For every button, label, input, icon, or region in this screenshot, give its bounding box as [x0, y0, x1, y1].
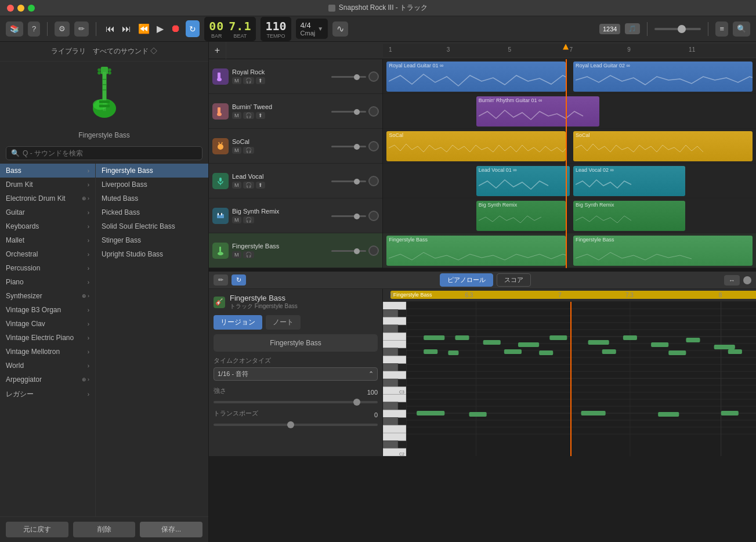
velocity-slider[interactable]: [214, 401, 378, 403]
record-button[interactable]: ⏺: [168, 20, 183, 37]
pan-knob[interactable]: [368, 141, 379, 151]
arr-clip[interactable]: Burnin' Rhythm Guitar 01 ∞: [476, 96, 599, 127]
sound-stinger-bass[interactable]: Stinger Bass: [96, 233, 208, 247]
search-button[interactable]: 🔍: [733, 21, 750, 37]
headphones-button[interactable]: 🎧: [243, 147, 254, 154]
region-tab[interactable]: リージョン: [214, 315, 262, 330]
arr-clip[interactable]: Lead Vocal 01 ∞: [476, 166, 570, 196]
category-vintage-b3[interactable]: Vintage B3 Organ ›: [0, 303, 95, 317]
volume-slider[interactable]: [331, 180, 366, 182]
volume-slider[interactable]: [331, 215, 366, 217]
sound-picked-bass[interactable]: Picked Bass: [96, 205, 208, 219]
category-electronic-drum[interactable]: Electronic Drum Kit ⊕ ›: [0, 191, 95, 205]
loop-button[interactable]: ↻: [186, 20, 200, 37]
close-button[interactable]: [7, 5, 14, 12]
volume-slider[interactable]: [331, 76, 366, 78]
headphones-button[interactable]: 🎧: [243, 112, 254, 119]
pan-knob[interactable]: [368, 71, 379, 82]
undo-button[interactable]: 元に戻す: [6, 522, 68, 537]
count-in-button[interactable]: 1234: [599, 24, 620, 34]
headphones-button[interactable]: 🎧: [243, 77, 254, 84]
traffic-lights[interactable]: [7, 5, 35, 12]
mute-button[interactable]: M: [232, 251, 241, 258]
volume-slider[interactable]: [331, 250, 366, 252]
send-button[interactable]: ⬆: [256, 182, 265, 189]
library-button[interactable]: 📚: [6, 21, 23, 37]
sound-muted-bass[interactable]: Muted Bass: [96, 191, 208, 205]
list-view-button[interactable]: ≡: [715, 21, 728, 37]
mute-button[interactable]: M: [232, 182, 241, 189]
tempo-display[interactable]: 110 TEMPO: [261, 17, 291, 41]
send-button[interactable]: ⬆: [256, 112, 265, 119]
master-volume-slider[interactable]: [654, 28, 701, 30]
note-tab[interactable]: ノート: [266, 315, 301, 330]
send-button[interactable]: ⬆: [256, 77, 265, 84]
delete-button[interactable]: 削除: [73, 522, 136, 537]
piano-roll-tab[interactable]: ピアノロール: [440, 273, 493, 287]
expand-button[interactable]: ↔: [724, 275, 740, 286]
pencil-tool-button[interactable]: ✏: [214, 274, 228, 286]
sound-solid-soul-bass[interactable]: Solid Soul Electric Bass: [96, 219, 208, 233]
search-input[interactable]: [23, 149, 197, 157]
sound-upright-studio-bass[interactable]: Upright Studio Bass: [96, 247, 208, 261]
category-legacy[interactable]: レガシー ›: [0, 386, 95, 402]
loop-tool-button[interactable]: ↻: [231, 274, 246, 286]
mute-button[interactable]: M: [232, 112, 241, 119]
headphones-button[interactable]: 🎧: [243, 216, 254, 223]
metronome-button[interactable]: 🎵: [625, 23, 640, 34]
volume-thumb[interactable]: [354, 214, 360, 219]
pan-knob[interactable]: [368, 106, 379, 117]
headphones-button[interactable]: 🎧: [243, 182, 254, 189]
category-vintage-electric[interactable]: Vintage Electric Piano ›: [0, 331, 95, 345]
category-bass[interactable]: Bass ›: [0, 164, 95, 178]
pan-knob[interactable]: [368, 176, 379, 186]
velocity-thumb[interactable]: [353, 399, 360, 406]
add-track-button[interactable]: +: [209, 42, 226, 59]
arr-clip[interactable]: Royal Lead Guitar 02 ∞: [573, 62, 753, 92]
save-button[interactable]: 保存...: [140, 522, 202, 537]
view-toggle[interactable]: [743, 276, 751, 284]
headphones-button[interactable]: 🎧: [243, 251, 254, 258]
time-sig-dropdown-icon[interactable]: ▼: [317, 26, 323, 32]
volume-thumb[interactable]: [354, 248, 360, 254]
arr-clip[interactable]: Royal Lead Guitar 01 ∞: [386, 62, 566, 92]
transpose-thumb[interactable]: [287, 421, 294, 428]
category-mallet[interactable]: Mallet ›: [0, 233, 95, 247]
time-sig-display[interactable]: 4/4 Cmaj ▼: [296, 19, 328, 39]
category-drum-kit[interactable]: Drum Kit ›: [0, 178, 95, 191]
arr-clip[interactable]: Big Synth Remix: [476, 201, 566, 231]
volume-thumb[interactable]: [354, 144, 360, 150]
category-guitar[interactable]: Guitar ›: [0, 205, 95, 219]
category-orchestral[interactable]: Orchestral ›: [0, 247, 95, 261]
mute-button[interactable]: M: [232, 77, 241, 84]
skip-back-button[interactable]: ⏪: [136, 20, 152, 37]
volume-thumb[interactable]: [354, 179, 360, 185]
transpose-slider[interactable]: [214, 424, 378, 426]
fast-forward-button[interactable]: ⏭: [120, 20, 133, 37]
settings-button[interactable]: ⚙: [55, 21, 70, 37]
pencil-button[interactable]: ✏: [74, 21, 89, 37]
volume-slider[interactable]: [331, 111, 366, 113]
arr-clip[interactable]: Big Synth Remix: [573, 201, 685, 231]
arr-clip[interactable]: Fingerstyle Bass: [573, 236, 753, 266]
mute-button[interactable]: M: [232, 216, 241, 223]
category-world[interactable]: World ›: [0, 359, 95, 373]
rewind-button[interactable]: ⏮: [103, 20, 117, 37]
volume-thumb[interactable]: [678, 25, 686, 33]
category-synthesizer[interactable]: Synthesizer ⊕ ›: [0, 289, 95, 303]
category-arpeggiator[interactable]: Arpeggiator ⊕ ›: [0, 373, 95, 386]
category-piano[interactable]: Piano ›: [0, 275, 95, 289]
quantize-select[interactable]: 1/16 - 音符 ⌃: [214, 367, 378, 381]
sound-liverpool-bass[interactable]: Liverpool Bass: [96, 178, 208, 191]
volume-thumb[interactable]: [354, 109, 360, 115]
arrangement-area[interactable]: Royal Lead Guitar 01 ∞ Royal Lead Guitar…: [383, 59, 756, 268]
search-box[interactable]: 🔍: [6, 146, 202, 160]
arr-clip[interactable]: Fingerstyle Bass: [386, 236, 566, 266]
category-vintage-clav[interactable]: Vintage Clav ›: [0, 317, 95, 331]
arr-clip[interactable]: Lead Vocal 02 ∞: [573, 166, 685, 196]
volume-slider[interactable]: [331, 146, 366, 147]
pan-knob[interactable]: [368, 211, 379, 221]
help-button[interactable]: ?: [28, 21, 40, 37]
curve-button[interactable]: ∿: [332, 21, 348, 37]
category-percussion[interactable]: Percussion ›: [0, 261, 95, 275]
